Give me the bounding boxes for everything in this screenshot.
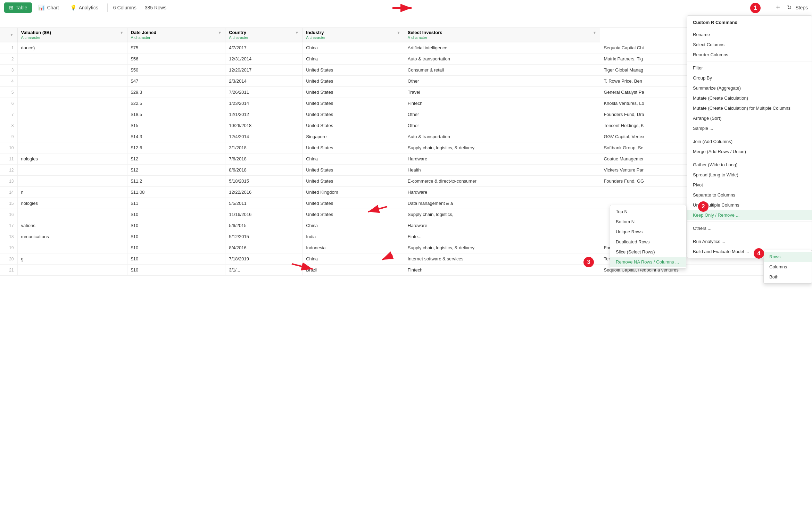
divider4 — [687, 158, 812, 158]
table-cell: n — [17, 187, 127, 198]
table-cell: Other — [404, 120, 600, 131]
table-cell: 7/6/2018 — [225, 153, 303, 165]
type-icon2: A — [131, 35, 133, 40]
table-row: 21$103/1/...BrazilFintechSequoia Capital… — [0, 265, 812, 276]
sort-icon4[interactable]: ▼ — [397, 31, 400, 35]
table-icon: ⊞ — [9, 5, 14, 11]
tab-analytics[interactable]: 💡 Analytics — [65, 2, 103, 13]
submenu-unique-rows[interactable]: Unique Rows — [610, 227, 686, 237]
table-cell: Auto & transportation — [404, 53, 600, 65]
submenu-remove-na[interactable]: Remove NA Rows / Columns ... — [610, 257, 686, 267]
menu-run-analytics[interactable]: Run Analytics ... — [687, 236, 812, 247]
row-index: 13 — [0, 176, 17, 187]
table-cell: United States — [303, 209, 404, 220]
sort-icon5[interactable]: ▼ — [593, 31, 597, 35]
tab-chart[interactable]: 📊 Chart — [33, 2, 64, 13]
menu-unite[interactable]: Unite Multiple Columns — [687, 200, 812, 210]
menu-spread[interactable]: Spread (Long to Wide) — [687, 170, 812, 180]
table-cell: 2/3/2014 — [225, 76, 303, 87]
menu-keep-only-remove[interactable]: Keep Only / Remove ... — [687, 210, 812, 220]
table-cell: United States — [303, 109, 404, 120]
table-cell: nologies — [17, 198, 127, 209]
table-cell — [17, 165, 127, 176]
menu-merge[interactable]: Merge (Add Rows / Union) — [687, 147, 812, 157]
toolbar: ⊞ Table 📊 Chart 💡 Analytics 6 Columns 38… — [0, 0, 812, 15]
menu-join[interactable]: Join (Add Columns) — [687, 136, 812, 147]
table-cell: United States — [303, 87, 404, 98]
table-cell: $10 — [127, 209, 225, 220]
menu-mutate[interactable]: Mutate (Create Calculation) — [687, 93, 812, 103]
row-index: 17 — [0, 220, 17, 231]
table-cell: $12 — [127, 153, 225, 165]
menu-separate[interactable]: Separate to Columns — [687, 190, 812, 200]
sort-icon[interactable]: ▼ — [120, 31, 124, 35]
submenu2-columns[interactable]: Columns — [764, 262, 812, 272]
sort-icon2[interactable]: ▼ — [218, 31, 222, 35]
col-header-investors[interactable]: Select Investors▼ Acharacter — [404, 28, 600, 42]
row-index: 9 — [0, 131, 17, 142]
table-cell: $10 — [127, 265, 225, 276]
keep-only-submenu: Top N Bottom N Unique Rows Duplicated Ro… — [610, 205, 686, 269]
table-cell: Auto & transportation — [404, 131, 600, 142]
menu-summarize[interactable]: Summarize (Aggregate) — [687, 83, 812, 93]
menu-arrange[interactable]: Arrange (Sort) — [687, 113, 812, 123]
menu-group-by[interactable]: Group By — [687, 73, 812, 83]
submenu-slice[interactable]: Slice (Select Rows) — [610, 247, 686, 257]
row-index: 3 — [0, 65, 17, 76]
col-header-industry[interactable]: Industry▼ Acharacter — [303, 28, 404, 42]
table-cell: Singapore — [303, 131, 404, 142]
table-cell: $56 — [127, 53, 225, 65]
tab-table[interactable]: ⊞ Table — [4, 2, 32, 13]
col-expand-icon[interactable]: ▼ — [10, 32, 14, 37]
refresh-button[interactable]: ↻ — [784, 3, 794, 12]
table-cell — [17, 65, 127, 76]
row-index: 16 — [0, 209, 17, 220]
row-index: 14 — [0, 187, 17, 198]
table-cell: United States — [303, 165, 404, 176]
chart-icon: 📊 — [38, 5, 45, 11]
menu-mutate-multi[interactable]: Mutate (Create Calculation) for Multiple… — [687, 103, 812, 113]
col-header-country[interactable]: Country▼ Acharacter — [225, 28, 303, 42]
submenu-top-n[interactable]: Top N — [610, 207, 686, 217]
menu-filter[interactable]: Filter — [687, 63, 812, 73]
menu-rename[interactable]: Rename — [687, 30, 812, 40]
submenu2-rows[interactable]: Rows — [764, 252, 812, 262]
divider6 — [687, 235, 812, 235]
table-cell: India — [303, 231, 404, 242]
menu-others[interactable]: Others ... — [687, 223, 812, 233]
table-cell: $12 — [127, 165, 225, 176]
table-cell: 12/20/2017 — [225, 65, 303, 76]
divider5 — [687, 222, 812, 222]
table-cell: United States — [303, 198, 404, 209]
table-cell: $15 — [127, 120, 225, 131]
submenu-bottom-n[interactable]: Bottom N — [610, 217, 686, 227]
type-icon4: A — [306, 35, 308, 40]
table-cell: 3/1/2018 — [225, 142, 303, 153]
table-cell: 11/16/2016 — [225, 209, 303, 220]
menu-sample[interactable]: Sample ... — [687, 123, 812, 133]
table-cell: United States — [303, 98, 404, 109]
table-cell: Data management & a — [404, 198, 600, 209]
menu-title: Custom R Command — [687, 17, 812, 26]
sort-icon3[interactable]: ▼ — [295, 31, 299, 35]
add-step-button[interactable]: + — [773, 3, 783, 12]
submenu-duplicated-rows[interactable]: Duplicated Rows — [610, 237, 686, 247]
row-index: 1 — [0, 42, 17, 53]
steps-button[interactable]: Steps — [795, 5, 808, 10]
column-count: 6 Columns — [113, 5, 142, 10]
table-cell — [17, 265, 127, 276]
table-cell: E-commerce & direct-to-consumer — [404, 176, 600, 187]
menu-pivot[interactable]: Pivot — [687, 180, 812, 190]
col-header-date-joined[interactable]: Date Joined▼ Acharacter — [127, 28, 225, 42]
row-index: 4 — [0, 76, 17, 87]
table-cell: Hardware — [404, 220, 600, 231]
col-header-valuation[interactable]: Valuation ($B)▼ Acharacter — [17, 28, 127, 42]
table-cell: 5/5/2011 — [225, 198, 303, 209]
table-cell: 5/12/2015 — [225, 231, 303, 242]
submenu2-both[interactable]: Both — [764, 272, 812, 282]
tab-analytics-label: Analytics — [79, 5, 98, 10]
menu-reorder-columns[interactable]: Reorder Columns — [687, 50, 812, 60]
menu-gather[interactable]: Gather (Wide to Long) — [687, 160, 812, 170]
menu-select-columns[interactable]: Select Columns — [687, 40, 812, 50]
table-cell: 8/6/2018 — [225, 165, 303, 176]
